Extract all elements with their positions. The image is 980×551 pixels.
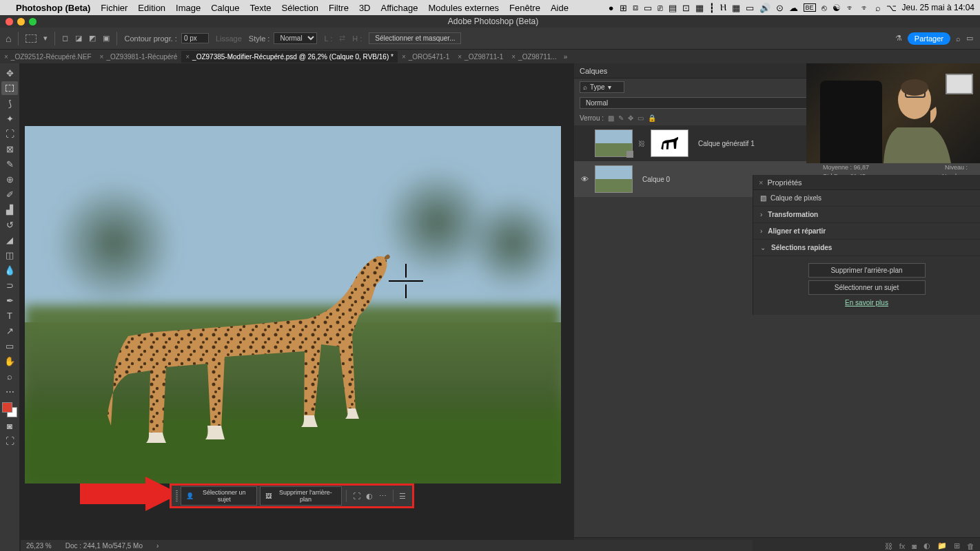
- document-tab[interactable]: ×_OZ93981-1-Récupéré: [96, 51, 182, 63]
- hand-tool[interactable]: ✋: [1, 354, 18, 368]
- quickmask-tool[interactable]: ◙: [1, 419, 18, 433]
- bluetooth-icon[interactable]: ⎋: [821, 3, 827, 13]
- cloud-icon[interactable]: ☁: [789, 3, 798, 13]
- menu-image[interactable]: Image: [176, 3, 201, 13]
- remove-background-button[interactable]: Supprimer l'arrière-plan: [808, 263, 926, 278]
- close-icon[interactable]: ×: [759, 178, 763, 187]
- chevron-down-icon[interactable]: ▾: [43, 34, 48, 43]
- select-and-mask-button[interactable]: Sélectionner et masquer...: [369, 32, 461, 44]
- link-layers-icon[interactable]: ⛓: [885, 542, 892, 550]
- learn-more-link[interactable]: En savoir plus: [760, 299, 973, 306]
- transform-icon[interactable]: ⛶: [351, 490, 361, 501]
- history-brush-tool[interactable]: ↺: [1, 218, 18, 231]
- controlcenter-icon[interactable]: ⌥: [886, 3, 897, 13]
- heal-tool[interactable]: ⊕: [1, 172, 18, 186]
- document-tab[interactable]: ×_OZ97385-Modifier-Récupéré.psd @ 26,2% …: [181, 51, 398, 63]
- menu-selection[interactable]: Sélection: [282, 3, 318, 13]
- screen-icon[interactable]: ⎚: [657, 3, 663, 13]
- document-tab[interactable]: ×_OZ98711...: [507, 51, 560, 63]
- document-canvas[interactable]: [25, 126, 561, 484]
- cal-icon[interactable]: ▦: [695, 3, 704, 13]
- quick-actions-section[interactable]: Sélections rapides: [753, 240, 980, 256]
- lock-artboard-icon[interactable]: ▭: [637, 114, 644, 122]
- properties-panel-tab[interactable]: × Propriétés: [753, 175, 980, 190]
- lock-transparency-icon[interactable]: ▩: [608, 114, 614, 122]
- lock-paint-icon[interactable]: ✎: [618, 114, 624, 122]
- close-icon[interactable]: ×: [511, 53, 515, 61]
- stamp-tool[interactable]: ▟: [1, 202, 18, 216]
- style-select[interactable]: Normal: [274, 32, 317, 44]
- gradient-tool[interactable]: ◫: [1, 248, 18, 262]
- properties-icon[interactable]: ☰: [398, 490, 408, 501]
- dropbox-icon[interactable]: ⧈: [633, 2, 638, 13]
- visibility-icon[interactable]: 👁: [580, 175, 589, 183]
- selection-subtract-icon[interactable]: ◩: [89, 34, 96, 43]
- foreground-color-swatch[interactable]: [2, 402, 12, 413]
- mask-icon[interactable]: ◙: [912, 542, 917, 550]
- beaker-icon[interactable]: ⚗: [895, 34, 902, 43]
- layer-thumbnail[interactable]: [595, 129, 633, 157]
- monitor-icon[interactable]: ▭: [746, 3, 754, 13]
- close-icon[interactable]: ×: [458, 53, 462, 61]
- link-icon[interactable]: ⛓: [638, 140, 645, 147]
- blur-tool[interactable]: 💧: [1, 263, 18, 277]
- record-icon[interactable]: ●: [609, 3, 614, 13]
- canvas-area[interactable]: 👤Sélectionner un sujet 🖼Supprimer l'arri…: [19, 63, 574, 551]
- lasso-tool[interactable]: ⟆: [1, 96, 18, 110]
- selection-new-icon[interactable]: ◻: [62, 34, 68, 43]
- swap-icon[interactable]: ⇄: [339, 34, 345, 43]
- window-minimize-button[interactable]: [17, 18, 25, 25]
- wand-tool[interactable]: ✦: [1, 112, 18, 125]
- menu-fenetre[interactable]: Fenêtre: [509, 3, 540, 13]
- eyedropper-tool[interactable]: ✎: [1, 157, 18, 171]
- adjustment-layer-icon[interactable]: ◐: [923, 541, 930, 550]
- cc-icon[interactable]: ⊞: [620, 3, 627, 13]
- remove-background-button[interactable]: 🖼Supprimer l'arrière-plan: [260, 486, 342, 506]
- menu-calque[interactable]: Calque: [211, 3, 239, 13]
- workspace-icon[interactable]: ▭: [966, 34, 973, 43]
- type-tool[interactable]: T: [1, 309, 18, 322]
- timemachine-icon[interactable]: ☯: [833, 3, 841, 13]
- frame-tool[interactable]: ⊠: [1, 142, 18, 156]
- menu-fichier[interactable]: Fichier: [101, 3, 127, 13]
- be-icon[interactable]: BE: [804, 3, 816, 12]
- align-section[interactable]: Aligner et répartir: [753, 223, 980, 240]
- layer-name[interactable]: Calque génératif 1: [698, 140, 755, 147]
- dodge-tool[interactable]: ⊃: [1, 278, 18, 292]
- play-icon[interactable]: ⊙: [776, 3, 784, 13]
- screenmode-tool[interactable]: ⛶: [1, 434, 18, 448]
- selection-add-icon[interactable]: ◪: [75, 34, 82, 43]
- transform-section[interactable]: Transformation: [753, 207, 980, 223]
- eraser-tool[interactable]: ◢: [1, 233, 18, 247]
- close-icon[interactable]: ×: [4, 53, 8, 61]
- color-swatches[interactable]: [2, 402, 17, 417]
- chevron-right-icon[interactable]: ›: [156, 542, 159, 550]
- menu-aide[interactable]: Aide: [551, 3, 569, 13]
- select-subject-button[interactable]: Sélectionner un sujet: [808, 280, 926, 295]
- menu-texte[interactable]: Texte: [249, 3, 271, 13]
- tools-icon[interactable]: Ⲏ: [720, 2, 726, 13]
- home-icon[interactable]: ⌂: [6, 33, 11, 44]
- selection-intersect-icon[interactable]: ▣: [103, 34, 110, 43]
- search-icon[interactable]: ⌕: [875, 3, 881, 13]
- close-icon[interactable]: ×: [402, 53, 406, 61]
- marquee-tool-preset[interactable]: [25, 34, 37, 43]
- adjustment-icon[interactable]: ◐: [365, 490, 375, 501]
- grid-icon[interactable]: ▦: [732, 3, 740, 13]
- lock-all-icon[interactable]: 🔒: [648, 114, 656, 122]
- wifi-icon[interactable]: ᯤ: [861, 3, 870, 13]
- display-icon[interactable]: ▭: [644, 3, 652, 13]
- path-tool[interactable]: ↗: [1, 324, 18, 337]
- tab-overflow-icon[interactable]: »: [561, 53, 571, 61]
- menu-filtre[interactable]: Filtre: [329, 3, 349, 13]
- shape-tool[interactable]: ▭: [1, 339, 18, 353]
- drag-handle-icon[interactable]: [176, 490, 178, 501]
- move-tool[interactable]: ✥: [1, 66, 18, 80]
- layer-name[interactable]: Calque 0: [642, 176, 670, 183]
- menu-3d[interactable]: 3D: [359, 3, 371, 13]
- brush-tool[interactable]: ✐: [1, 187, 18, 201]
- zoom-level[interactable]: 26,23 %: [26, 542, 52, 550]
- battery-icon[interactable]: ᯤ: [846, 3, 855, 13]
- doc-size[interactable]: Doc : 244,1 Mo/547,5 Mo: [65, 542, 143, 550]
- share-button[interactable]: Partager: [908, 32, 950, 45]
